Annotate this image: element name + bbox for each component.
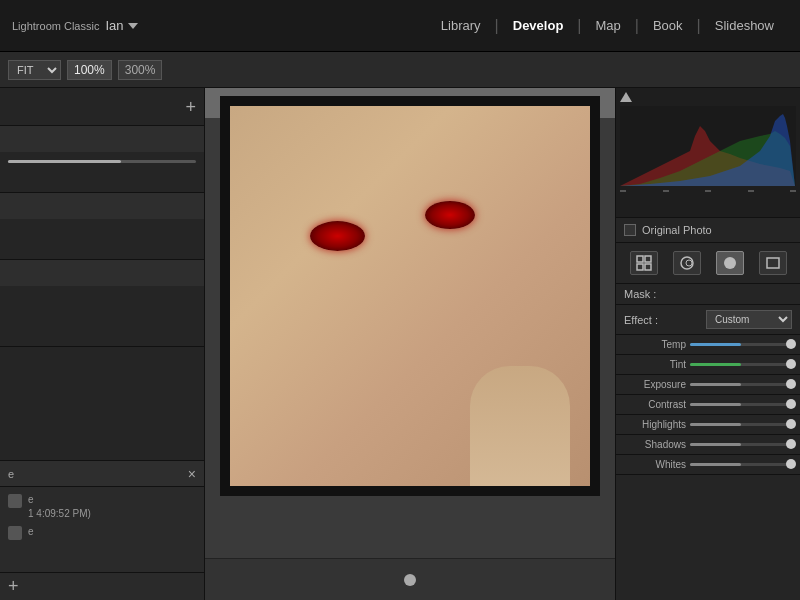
nav-tabs: Library | Develop | Map | Book | Slidesh… bbox=[427, 12, 788, 39]
panel-section-header-3[interactable] bbox=[0, 260, 204, 286]
list-item: e bbox=[8, 525, 196, 540]
slider-row bbox=[8, 160, 196, 163]
mask-tool-brush[interactable] bbox=[716, 251, 744, 275]
temp-label: Temp bbox=[624, 339, 686, 350]
fit-select[interactable]: FIT FILL 1:1 bbox=[8, 60, 61, 80]
mask-tool-grid[interactable] bbox=[630, 251, 658, 275]
exposure-slider[interactable] bbox=[690, 383, 792, 386]
add-top-button[interactable]: + bbox=[185, 98, 196, 116]
mask-label-row: Mask : bbox=[616, 284, 800, 305]
exposure-label: Exposure bbox=[624, 379, 686, 390]
temp-slider[interactable] bbox=[690, 343, 792, 346]
module-name: Ian bbox=[105, 18, 123, 33]
tint-thumb[interactable] bbox=[786, 359, 796, 369]
svg-rect-3 bbox=[637, 264, 643, 270]
svg-rect-8 bbox=[767, 258, 779, 268]
list-item: e 1 4:09:52 PM) bbox=[8, 493, 196, 521]
tab-book[interactable]: Book bbox=[639, 12, 697, 39]
center-panel bbox=[205, 88, 615, 600]
svg-point-5 bbox=[681, 257, 693, 269]
second-bar: FIT FILL 1:1 100% 300% bbox=[0, 52, 800, 88]
shadows-thumb[interactable] bbox=[786, 439, 796, 449]
svg-rect-2 bbox=[645, 256, 651, 262]
panel-section-content-3 bbox=[0, 286, 204, 346]
left-panel: + bbox=[0, 88, 205, 600]
left-bottom-content: e 1 4:09:52 PM) e bbox=[0, 487, 204, 572]
app-title-area: Lightroom Classic Ian bbox=[12, 18, 138, 33]
shadows-slider[interactable] bbox=[690, 443, 792, 446]
tint-slider-row: Tint bbox=[616, 355, 800, 375]
effect-select[interactable]: Custom Soften Skin Iris Enhance bbox=[706, 310, 792, 329]
panel-section-2 bbox=[0, 193, 204, 260]
effect-row: Effect : Custom Soften Skin Iris Enhance bbox=[616, 305, 800, 335]
mask-tool-rect[interactable] bbox=[759, 251, 787, 275]
item-text: e bbox=[28, 525, 34, 539]
original-photo-row: Original Photo bbox=[616, 218, 800, 243]
shadows-label: Shadows bbox=[624, 439, 686, 450]
hist-dash bbox=[790, 190, 796, 192]
item-icon bbox=[8, 494, 22, 508]
red-eye-right bbox=[425, 201, 475, 229]
highlights-slider[interactable] bbox=[690, 423, 792, 426]
image-area bbox=[205, 88, 615, 558]
grid-icon bbox=[636, 255, 652, 271]
red-eye-left bbox=[310, 221, 365, 251]
tint-slider[interactable] bbox=[690, 363, 792, 366]
panel-section-header-2[interactable] bbox=[0, 193, 204, 219]
contrast-slider[interactable] bbox=[690, 403, 792, 406]
left-panels-area bbox=[0, 126, 204, 460]
slider-track[interactable] bbox=[8, 160, 196, 163]
highlights-thumb[interactable] bbox=[786, 419, 796, 429]
panel-section-content-2 bbox=[0, 219, 204, 259]
hist-dash bbox=[705, 190, 711, 192]
histogram-collapse-button[interactable] bbox=[620, 92, 632, 102]
svg-point-7 bbox=[724, 257, 736, 269]
highlights-slider-row: Highlights bbox=[616, 415, 800, 435]
rect-icon bbox=[765, 255, 781, 271]
histogram-area bbox=[616, 88, 800, 218]
whites-thumb[interactable] bbox=[786, 459, 796, 469]
hist-dash bbox=[620, 190, 626, 192]
exposure-thumb[interactable] bbox=[786, 379, 796, 389]
temp-slider-row: Temp bbox=[616, 335, 800, 355]
tab-slideshow[interactable]: Slideshow bbox=[701, 12, 788, 39]
temp-thumb[interactable] bbox=[786, 339, 796, 349]
tab-library[interactable]: Library bbox=[427, 12, 495, 39]
zoom-300-button[interactable]: 300% bbox=[118, 60, 163, 80]
add-bottom-button[interactable]: + bbox=[8, 576, 19, 597]
whites-label: Whites bbox=[624, 459, 686, 470]
top-bar: Lightroom Classic Ian Library | Develop … bbox=[0, 0, 800, 52]
left-bottom-panel: e × e 1 4:09:52 PM) e bbox=[0, 460, 204, 600]
panel-section-content-1 bbox=[0, 152, 204, 192]
whites-slider-row: Whites bbox=[616, 455, 800, 475]
highlights-label: Highlights bbox=[624, 419, 686, 430]
panel-section-header-1[interactable] bbox=[0, 126, 204, 152]
contrast-thumb[interactable] bbox=[786, 399, 796, 409]
center-bottom-nav bbox=[205, 558, 615, 600]
item-icon bbox=[8, 526, 22, 540]
histogram-canvas bbox=[620, 106, 796, 186]
effect-label: Effect : bbox=[624, 314, 658, 326]
app-module-dropdown[interactable]: Ian bbox=[105, 18, 137, 33]
hist-dash bbox=[663, 190, 669, 192]
tab-map[interactable]: Map bbox=[581, 12, 634, 39]
contrast-slider-row: Contrast bbox=[616, 395, 800, 415]
panel-section-3 bbox=[0, 260, 204, 347]
mask-tool-circle[interactable] bbox=[673, 251, 701, 275]
left-panel-top: + bbox=[0, 88, 204, 126]
left-bottom-footer: + bbox=[0, 572, 204, 600]
brush-icon bbox=[722, 255, 738, 271]
hist-dash bbox=[748, 190, 754, 192]
tab-develop[interactable]: Develop bbox=[499, 12, 578, 39]
right-panel: Original Photo Mask : Effect : Cu bbox=[615, 88, 800, 600]
nav-dot-button[interactable] bbox=[404, 574, 416, 586]
whites-slider[interactable] bbox=[690, 463, 792, 466]
original-photo-checkbox[interactable] bbox=[624, 224, 636, 236]
zoom-100-button[interactable]: 100% bbox=[67, 60, 112, 80]
panel-section-1 bbox=[0, 126, 204, 193]
hand-overlay bbox=[470, 366, 570, 486]
chevron-down-icon bbox=[128, 23, 138, 29]
svg-rect-4 bbox=[645, 264, 651, 270]
mask-tools-row bbox=[616, 243, 800, 284]
close-button[interactable]: × bbox=[188, 466, 196, 482]
